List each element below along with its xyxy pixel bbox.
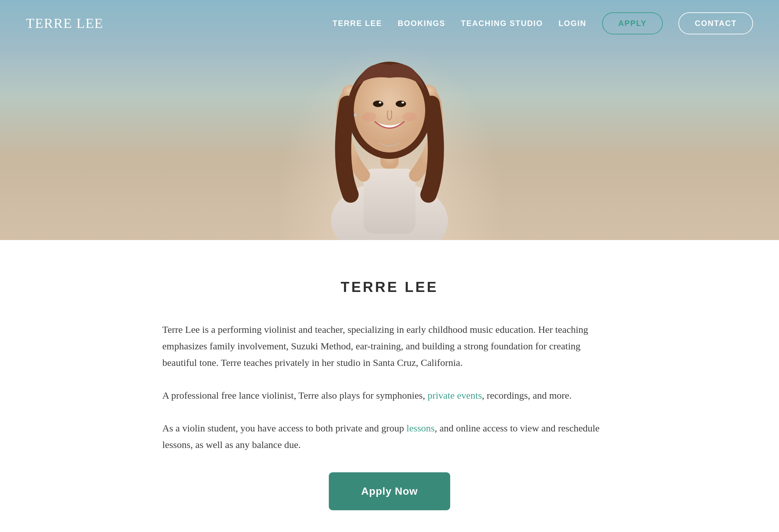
navbar: TERRE LEE TERRE LEE BOOKINGS TEACHING ST… (0, 0, 779, 47)
student-paragraph: As a violin student, you have access to … (162, 420, 617, 453)
nav-terre-lee[interactable]: TERRE LEE (333, 19, 382, 28)
site-logo[interactable]: TERRE LEE (26, 15, 103, 31)
nav-teaching-studio[interactable]: TEACHING STUDIO (461, 19, 543, 28)
hero-section: TERRE LEE TERRE LEE BOOKINGS TEACHING ST… (0, 0, 779, 240)
student-text-before: As a violin student, you have access to … (162, 423, 406, 434)
page-title: TERRE LEE (162, 279, 617, 295)
violin-text-after: , recordings, and more. (482, 390, 572, 401)
nav-apply-button[interactable]: APPLY (602, 12, 663, 35)
apply-now-button[interactable]: Apply Now (329, 472, 450, 510)
private-events-link[interactable]: private events (427, 390, 482, 401)
content-section: TERRE LEE Terre Lee is a performing viol… (0, 240, 779, 532)
violin-text-before: A professional free lance violinist, Ter… (162, 390, 427, 401)
svg-point-12 (403, 112, 417, 121)
svg-point-8 (396, 101, 406, 107)
lessons-link[interactable]: lessons (406, 423, 435, 434)
svg-point-13 (354, 114, 357, 117)
nav-contact-button[interactable]: CONTACT (678, 12, 753, 35)
intro-paragraph: Terre Lee is a performing violinist and … (162, 321, 617, 371)
svg-point-9 (379, 102, 381, 104)
nav-login[interactable]: LOGIN (559, 19, 587, 28)
intro-text: Terre Lee is a performing violinist and … (162, 324, 588, 368)
svg-point-11 (362, 112, 376, 121)
svg-point-10 (402, 102, 404, 104)
nav-bookings[interactable]: BOOKINGS (398, 19, 445, 28)
nav-links: TERRE LEE BOOKINGS TEACHING STUDIO LOGIN… (333, 12, 753, 35)
svg-rect-1 (364, 169, 415, 234)
svg-point-7 (373, 101, 383, 107)
apply-button-wrapper: Apply Now (162, 472, 617, 510)
violin-paragraph: A professional free lance violinist, Ter… (162, 387, 617, 404)
content-inner: TERRE LEE Terre Lee is a performing viol… (162, 279, 617, 510)
